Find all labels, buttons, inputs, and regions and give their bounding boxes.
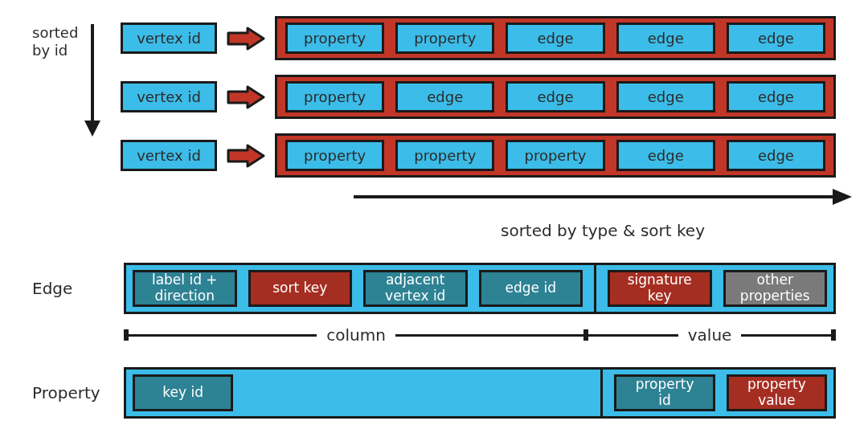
svg-marker-1: [84, 121, 100, 137]
svg-marker-3: [228, 87, 264, 108]
column-value-separator: [594, 265, 596, 312]
detail-cell: label id +direction: [133, 270, 237, 307]
edge-cell: edge: [727, 140, 825, 171]
detail-cell: otherproperties: [723, 270, 828, 307]
detail-cell: propertyid: [614, 374, 714, 411]
fat-arrow-icon: [227, 144, 265, 168]
vertex-id-box: vertex id: [121, 81, 217, 112]
column-value-separator: [600, 370, 603, 416]
detail-cell: propertyvalue: [727, 374, 827, 411]
line-segment: [129, 334, 317, 337]
detail-cell: signaturekey: [608, 270, 712, 307]
right-arrow-icon: [354, 186, 852, 208]
column-label: column: [317, 325, 395, 345]
top-section: sorted by id vertex idpropertypropertyed…: [32, 16, 836, 178]
fat-arrow-icon: [227, 85, 265, 109]
property-cell: property: [395, 140, 494, 171]
row-cells-container: propertypropertypropertyedgeedge: [275, 133, 836, 178]
sorted-by-id-label-col: sorted by id: [32, 16, 80, 59]
edge-cell: edge: [506, 81, 604, 112]
edge-cell: edge: [506, 22, 604, 54]
property-cell: property: [285, 140, 384, 171]
edge-cell: edge: [616, 140, 715, 171]
detail-cell: edge id: [479, 270, 583, 307]
horizontal-sort-arrow-wrap: [354, 186, 836, 211]
line-segment: [395, 334, 583, 337]
vertex-id-box: vertex id: [121, 140, 217, 171]
tick-icon: [831, 329, 836, 341]
svg-marker-4: [228, 145, 264, 166]
svg-marker-6: [833, 189, 852, 205]
property-cell: property: [285, 22, 384, 54]
down-arrow-icon: [80, 24, 104, 137]
sorted-label-line2: by id: [32, 42, 68, 59]
bigtable-row: vertex idpropertypropertypropertyedgeedg…: [121, 133, 836, 178]
spacer: [244, 374, 589, 411]
fat-arrow-icon: [227, 27, 265, 51]
bigtable-row: vertex idpropertypropertyedgeedgeedge: [121, 16, 836, 60]
value-label: value: [678, 325, 742, 345]
line-segment: [741, 334, 831, 337]
sorted-label-line1: sorted: [32, 24, 78, 41]
row-cells-container: propertypropertyedgeedgeedge: [275, 16, 836, 60]
edge-cell: edge: [616, 22, 715, 54]
property-cell: property: [395, 22, 494, 54]
detail-cell: adjacentvertex id: [363, 270, 468, 307]
edge-cell: edge: [727, 81, 825, 112]
property-cell: property: [285, 81, 384, 112]
horizontal-sort-label: sorted by type & sort key: [354, 221, 852, 240]
edge-cell: edge: [395, 81, 494, 112]
column-value-legend: column value: [124, 325, 836, 345]
edge-cell: edge: [727, 22, 825, 54]
property-label: Property: [32, 383, 104, 402]
edge-cell: edge: [616, 81, 715, 112]
edge-bar: label id +directionsort keyadjacentverte…: [124, 263, 836, 314]
bigtable-row: vertex idpropertyedgeedgeedgeedge: [121, 75, 836, 119]
vertex-id-box: vertex id: [121, 22, 217, 54]
sorted-by-id-label: sorted by id: [32, 24, 80, 59]
line-segment: [588, 334, 678, 337]
row-cells-container: propertyedgeedgeedgeedge: [275, 75, 836, 119]
bigtable-rows: vertex idpropertypropertyedgeedgeedgever…: [121, 16, 836, 178]
detail-cell: key id: [133, 374, 233, 411]
edge-detail-row: Edge label id +directionsort keyadjacent…: [32, 263, 836, 314]
detail-cell: sort key: [248, 270, 353, 307]
svg-marker-2: [228, 28, 264, 49]
edge-label: Edge: [32, 279, 104, 298]
property-cell: property: [506, 140, 604, 171]
property-detail-row: Property key idpropertyidpropertyvalue: [32, 367, 836, 419]
property-bar: key idpropertyidpropertyvalue: [124, 367, 836, 419]
